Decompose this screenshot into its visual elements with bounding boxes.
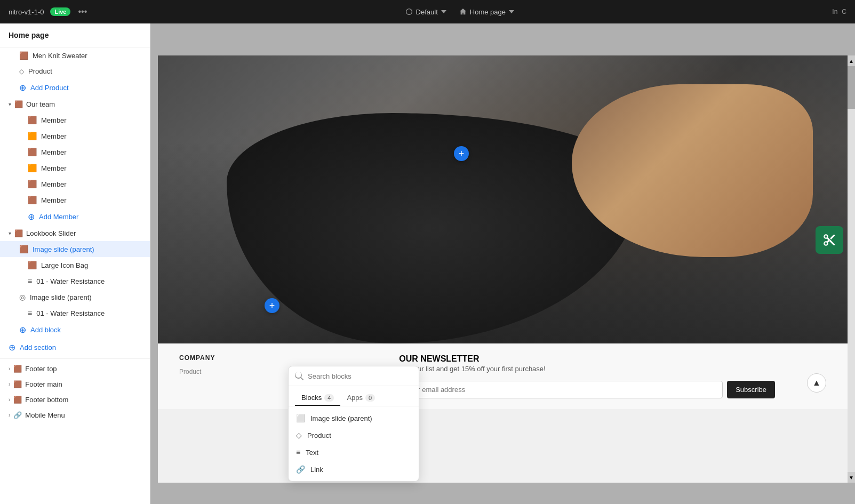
sidebar-section-footer-top[interactable]: › 🟫 Footer top <box>0 361 150 377</box>
sidebar-item-member-1[interactable]: 🟫 Member <box>0 112 150 128</box>
main-layout: Home page 🟫 Men Knit Sweater ◇ Product ⊕… <box>0 23 855 504</box>
item-label: Member <box>41 116 67 124</box>
member-icon: 🟫 <box>28 148 37 156</box>
sidebar-item-member-6[interactable]: 🟫 Member <box>0 192 150 208</box>
member-icon: 🟧 <box>28 132 37 140</box>
scissor-tool-button[interactable] <box>816 226 843 254</box>
sidebar-item-member-4[interactable]: 🟧 Member <box>0 160 150 176</box>
item-label: Large Icon Bag <box>41 261 88 269</box>
diamond-icon: ◇ <box>19 68 24 75</box>
item-label: Image slide (parent) <box>30 293 92 301</box>
section-label: Mobile Menu <box>25 411 65 419</box>
sidebar-section-our-team[interactable]: ▾ 🟫 Our team <box>0 97 150 112</box>
default-label: Default <box>416 8 438 16</box>
sidebar-section-footer-bottom[interactable]: › 🟫 Footer bottom <box>0 392 150 407</box>
item-label: Image slide (parent) <box>33 245 94 253</box>
chevron-icon: › <box>9 381 10 387</box>
scroll-top-container: ▲ <box>807 354 826 398</box>
search-result-image-slide[interactable]: ⬜ Image slide (parent) <box>289 410 419 427</box>
topbar-center: Default Home page <box>93 8 826 16</box>
sidebar-item-water-resistance-2[interactable]: ≡ 01 - Water Resistance <box>0 305 150 321</box>
sidebar-section-mobile-menu[interactable]: › 🔗 Mobile Menu <box>0 407 150 423</box>
search-results: ⬜ Image slide (parent) ◇ Product ≡ Text … <box>289 406 419 481</box>
member-icon: 🟫 <box>28 180 37 188</box>
topbar-icon-c: C <box>842 8 846 15</box>
default-dropdown[interactable]: Default <box>405 8 446 16</box>
chevron-icon: ▾ <box>9 230 11 236</box>
sidebar-section-footer-main[interactable]: › 🟫 Footer main <box>0 377 150 392</box>
scroll-to-top-button[interactable]: ▲ <box>807 373 826 393</box>
more-options-button[interactable]: ••• <box>78 7 87 17</box>
search-result-text[interactable]: ≡ Text <box>289 444 419 461</box>
search-input[interactable] <box>308 372 412 380</box>
plus-icon: ⊕ <box>9 342 15 353</box>
search-result-product[interactable]: ◇ Product <box>289 427 419 444</box>
image-icon: ◎ <box>19 293 26 301</box>
add-block-button-2[interactable]: + <box>265 298 279 313</box>
footer-company-heading: COMPANY <box>179 354 367 362</box>
tab-apps[interactable]: Apps 0 <box>340 390 381 406</box>
photo-icon: ⬜ <box>296 414 305 422</box>
add-block-button-1[interactable]: + <box>454 146 469 161</box>
sidebar-item-product[interactable]: ◇ Product <box>0 63 150 79</box>
subscribe-button[interactable]: Subscribe <box>727 381 775 398</box>
section-icon: 🟫 <box>14 100 23 108</box>
item-label: Member <box>41 132 67 140</box>
search-blocks-popup: Blocks 4 Apps 0 ⬜ Image slide (parent) ◇… <box>288 366 419 482</box>
item-label: Member <box>41 180 67 188</box>
topbar-right: In C <box>832 8 846 15</box>
section-label: Our team <box>26 100 55 108</box>
sidebar-scroll[interactable]: 🟫 Men Knit Sweater ◇ Product ⊕ Add Produ… <box>0 47 150 504</box>
sidebar-item-add-product[interactable]: ⊕ Add Product <box>0 79 150 97</box>
scroll-down-button[interactable]: ▼ <box>848 472 855 483</box>
member-icon: 🟧 <box>28 164 37 172</box>
text-icon: ≡ <box>28 309 32 317</box>
tab-blocks[interactable]: Blocks 4 <box>295 390 340 406</box>
item-label: Member <box>41 164 67 172</box>
sidebar-item-add-member[interactable]: ⊕ Add Member <box>0 208 150 226</box>
sidebar-item-add-section[interactable]: ⊕ Add section <box>0 339 150 356</box>
section-label: Footer bottom <box>25 396 68 404</box>
blocks-count: 4 <box>324 394 334 402</box>
item-label: Add Product <box>30 84 69 92</box>
sidebar-item-add-block[interactable]: ⊕ Add block <box>0 321 150 339</box>
section-label: Footer top <box>25 365 57 373</box>
sidebar-item-member-3[interactable]: 🟫 Member <box>0 144 150 160</box>
footer-newsletter-heading: OUR NEWSLETTER <box>399 354 775 364</box>
section-label: Lookbook Slider <box>26 229 76 237</box>
member-icon: 🟫 <box>28 196 37 204</box>
divider <box>0 358 150 359</box>
link-icon: 🔗 <box>13 411 22 419</box>
search-result-link[interactable]: 🔗 Link <box>289 461 419 478</box>
sidebar-item-men-knit-sweater[interactable]: 🟫 Men Knit Sweater <box>0 47 150 63</box>
sidebar-item-water-resistance-1[interactable]: ≡ 01 - Water Resistance <box>0 273 150 289</box>
item-label: Product <box>28 67 52 75</box>
result-label: Image slide (parent) <box>310 414 372 422</box>
search-tabs: Blocks 4 Apps 0 <box>289 386 419 406</box>
sidebar-item-large-icon-bag[interactable]: 🟫 Large Icon Bag <box>0 257 150 273</box>
sidebar-item-member-2[interactable]: 🟧 Member <box>0 128 150 144</box>
footer-newsletter-text: Join our list and get 15% off your first… <box>399 364 775 374</box>
section-icon: 🟫 <box>13 396 22 404</box>
section-icon: 🟫 <box>13 380 22 388</box>
scrollbar-track <box>848 66 855 472</box>
scrollbar-thumb[interactable] <box>848 66 855 109</box>
section-icon: 🟫 <box>14 229 23 237</box>
hero-image: + + <box>158 55 848 343</box>
text-lines-icon: ≡ <box>296 448 300 457</box>
chevron-icon: › <box>9 397 10 403</box>
sidebar-section-lookbook[interactable]: ▾ 🟫 Lookbook Slider <box>0 226 150 241</box>
bag-icon: 🟫 <box>28 261 37 269</box>
scroll-up-button[interactable]: ▲ <box>848 55 855 66</box>
sidebar-title: Home page <box>0 23 150 47</box>
canvas-frame: + + COMPANY Product OUR NEWSLETTER Join <box>158 55 848 483</box>
text-icon: ≡ <box>28 277 32 285</box>
item-label: Add block <box>30 326 61 334</box>
sidebar-item-image-slide-2[interactable]: ◎ Image slide (parent) <box>0 289 150 305</box>
image-icon: 🟫 <box>19 245 28 253</box>
link-icon: 🔗 <box>296 465 305 474</box>
sidebar-item-member-5[interactable]: 🟫 Member <box>0 176 150 192</box>
homepage-dropdown[interactable]: Home page <box>459 8 514 16</box>
newsletter-email-input[interactable] <box>399 381 723 398</box>
sidebar-item-image-slide-1[interactable]: 🟫 Image slide (parent) <box>0 241 150 257</box>
